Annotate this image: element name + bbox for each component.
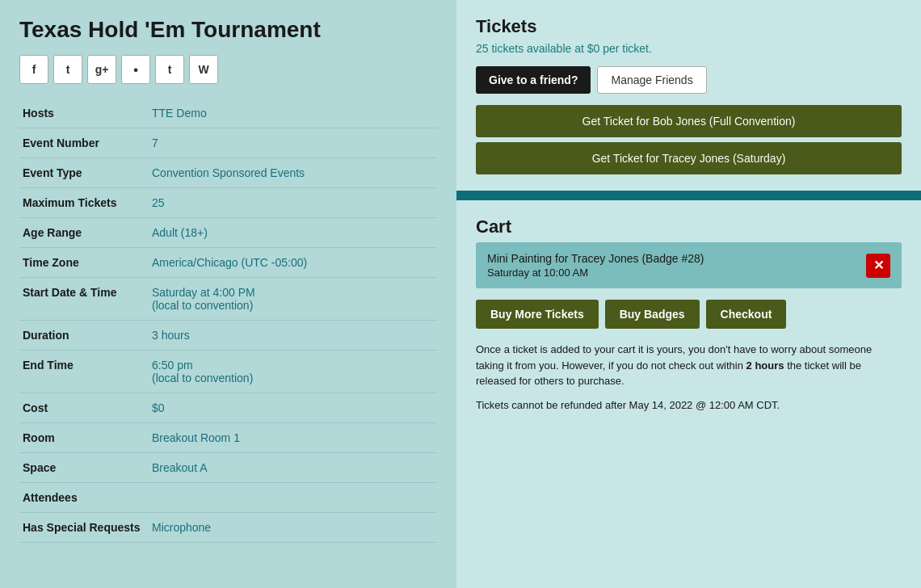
field-value: Convention Sponsored Events xyxy=(149,158,437,187)
cart-item: Mini Painting for Tracey Jones (Badge #2… xyxy=(476,242,902,288)
manage-friends-button[interactable]: Manage Friends xyxy=(597,66,706,94)
table-row: Maximum Tickets 25 xyxy=(19,187,437,217)
cart-action-buttons: Buy More Tickets Buy Badges Checkout xyxy=(476,300,902,329)
field-value: 6:50 pm (local to convention) xyxy=(149,350,437,393)
table-row: Hosts TTE Demo xyxy=(19,99,437,128)
googleplus-icon[interactable]: g+ xyxy=(87,55,116,84)
cart-item-name: Mini Painting for Tracey Jones (Badge #2… xyxy=(487,252,858,265)
field-label: Start Date & Time xyxy=(19,277,149,320)
field-label: Attendees xyxy=(19,482,149,512)
table-row: Event Type Convention Sponsored Events xyxy=(19,158,437,187)
cart-section: Cart Mini Painting for Tracey Jones (Bad… xyxy=(456,200,921,588)
buy-more-tickets-button[interactable]: Buy More Tickets xyxy=(476,300,599,329)
field-label: Hosts xyxy=(19,99,149,128)
field-label: Maximum Tickets xyxy=(19,187,149,217)
field-value: Breakout Room 1 xyxy=(149,422,437,452)
checkout-button[interactable]: Checkout xyxy=(706,300,787,329)
table-row: Time Zone America/Chicago (UTC -05:00) xyxy=(19,247,437,277)
divider xyxy=(456,191,921,195)
cart-item-info: Mini Painting for Tracey Jones (Badge #2… xyxy=(487,252,858,279)
give-friend-button[interactable]: Give to a friend? xyxy=(476,66,591,94)
field-value: 3 hours xyxy=(149,320,437,350)
social-icons-bar: f t g+ ● t W xyxy=(19,55,437,84)
field-label: Event Type xyxy=(19,158,149,187)
cart-item-time: Saturday at 10:00 AM xyxy=(487,267,858,279)
wordpress-icon[interactable]: W xyxy=(189,55,218,84)
facebook-icon[interactable]: f xyxy=(19,55,48,84)
field-label: Cost xyxy=(19,393,149,422)
table-row: Attendees xyxy=(19,482,437,512)
table-row: Room Breakout Room 1 xyxy=(19,422,437,452)
field-value: America/Chicago (UTC -05:00) xyxy=(149,247,437,277)
field-value: Breakout A xyxy=(149,452,437,482)
get-ticket-tracey-button[interactable]: Get Ticket for Tracey Jones (Saturday) xyxy=(476,142,902,174)
field-value: TTE Demo xyxy=(149,99,437,128)
tickets-availability: 25 tickets available at $0 per ticket. xyxy=(476,42,902,55)
table-row: Cost $0 xyxy=(19,393,437,422)
cart-section-title: Cart xyxy=(476,216,902,237)
right-panel: Tickets 25 tickets available at $0 per t… xyxy=(456,0,921,588)
field-label: Age Range xyxy=(19,217,149,247)
table-row: Event Number 7 xyxy=(19,128,437,158)
field-value: Saturday at 4:00 PM (local to convention… xyxy=(149,277,437,320)
field-value: 25 xyxy=(149,187,437,217)
twitter-icon[interactable]: t xyxy=(53,55,82,84)
field-label: Room xyxy=(19,422,149,452)
field-value: 7 xyxy=(149,128,437,158)
field-label: Space xyxy=(19,452,149,482)
table-row: Duration 3 hours xyxy=(19,320,437,350)
tickets-section: Tickets 25 tickets available at $0 per t… xyxy=(456,0,921,191)
get-ticket-bob-button[interactable]: Get Ticket for Bob Jones (Full Conventio… xyxy=(476,105,902,137)
field-value: Adult (18+) xyxy=(149,217,437,247)
field-label: Duration xyxy=(19,320,149,350)
table-row: End Time 6:50 pm (local to convention) xyxy=(19,350,437,393)
tickets-section-title: Tickets xyxy=(476,16,902,37)
field-label: Event Number xyxy=(19,128,149,158)
cart-notice: Once a ticket is added to your cart it i… xyxy=(476,342,902,389)
friend-buttons-row: Give to a friend? Manage Friends xyxy=(476,66,902,94)
event-title: Texas Hold 'Em Tournament xyxy=(19,16,437,44)
reddit-icon[interactable]: ● xyxy=(121,55,150,84)
field-value: Microphone xyxy=(149,512,437,542)
field-value: $0 xyxy=(149,393,437,422)
field-value xyxy=(149,482,437,512)
field-label: End Time xyxy=(19,350,149,393)
left-panel: Texas Hold 'Em Tournament f t g+ ● t W H… xyxy=(0,0,456,588)
field-label: Has Special Requests xyxy=(19,512,149,542)
event-info-table: Hosts TTE Demo Event Number 7 Event Type… xyxy=(19,99,437,543)
table-row: Age Range Adult (18+) xyxy=(19,217,437,247)
remove-cart-item-button[interactable]: ✕ xyxy=(866,254,890,278)
field-label: Time Zone xyxy=(19,247,149,277)
table-row: Space Breakout A xyxy=(19,452,437,482)
tumblr-icon[interactable]: t xyxy=(155,55,184,84)
buy-badges-button[interactable]: Buy Badges xyxy=(605,300,700,329)
cart-refund-notice: Tickets cannot be refunded after May 14,… xyxy=(476,397,902,414)
table-row: Has Special Requests Microphone xyxy=(19,512,437,542)
table-row: Start Date & Time Saturday at 4:00 PM (l… xyxy=(19,277,437,320)
